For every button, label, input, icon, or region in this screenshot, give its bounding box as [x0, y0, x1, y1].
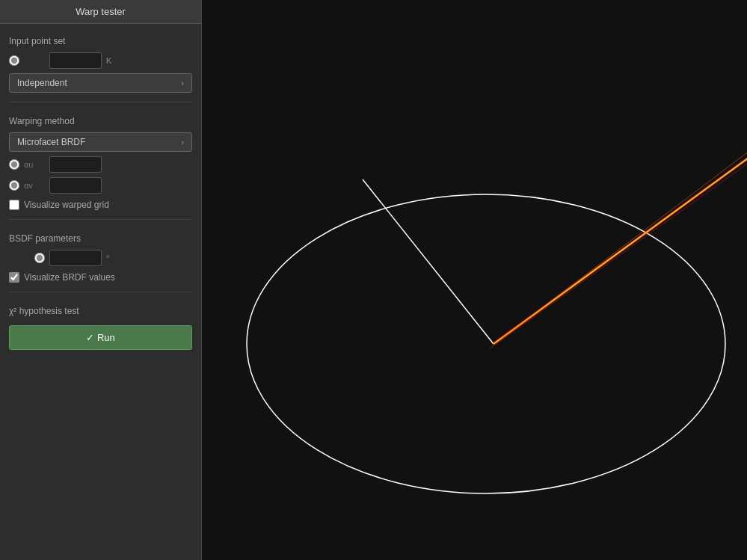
point-count-row: 2.87 K: [9, 52, 192, 69]
input-point-set-label: Input point set: [9, 36, 192, 46]
specular-highlight-yellow: [494, 126, 747, 344]
bsdf-parameters-label: BSDF parameters: [9, 233, 192, 244]
visualize-grid-checkbox[interactable]: [9, 200, 19, 210]
alpha-u-input[interactable]: 0.01: [49, 156, 102, 173]
divider-3: [9, 292, 192, 292]
angle-radio[interactable]: [34, 253, 45, 263]
divider-1: [9, 102, 192, 102]
specular-highlight-red: [494, 126, 747, 344]
point-count-input[interactable]: 2.87: [49, 52, 102, 69]
chi2-label: χ² hypothesis test: [9, 306, 192, 316]
warping-method-dropdown[interactable]: Microfacet BRDF ›: [9, 132, 192, 152]
sidebar: Warp tester Input point set 2.87 K Indep…: [0, 0, 202, 560]
warping-method-dropdown-label: Microfacet BRDF: [17, 137, 85, 147]
alpha-v-row: αv 0.01: [9, 177, 192, 194]
alpha-v-input[interactable]: 0.01: [49, 177, 102, 194]
left-ray: [363, 179, 494, 344]
warping-method-label: Warping method: [9, 116, 192, 126]
visualize-brdf-row: Visualize BRDF values: [9, 272, 192, 283]
run-button-label: ✓ Run: [86, 332, 114, 343]
canvas-area: [202, 0, 747, 560]
visualize-brdf-label: Visualize BRDF values: [24, 272, 115, 283]
alpha-v-param-label: αv: [24, 181, 45, 190]
warping-method-chevron: ›: [181, 138, 184, 147]
run-button[interactable]: ✓ Run: [9, 325, 192, 350]
visualize-grid-label: Visualize warped grid: [24, 200, 109, 210]
mode-chevron: ›: [181, 79, 184, 87]
point-count-radio[interactable]: [9, 55, 19, 66]
sidebar-content: Input point set 2.87 K Independent › War…: [0, 24, 201, 357]
alpha-u-row: αu 0.01: [9, 156, 192, 173]
specular-glow-1: [501, 121, 747, 339]
hemisphere-ellipse: [247, 194, 725, 493]
visualize-grid-row: Visualize warped grid: [9, 200, 192, 210]
specular-highlight-white: [494, 126, 747, 344]
divider-2: [9, 219, 192, 220]
sidebar-title: Warp tester: [0, 0, 201, 24]
alpha-u-radio[interactable]: [9, 159, 19, 170]
visualization-svg: [202, 0, 747, 560]
mode-dropdown-label: Independent: [17, 78, 67, 88]
angle-input[interactable]: 51.1: [49, 250, 102, 266]
specular-glow-2: [490, 130, 747, 348]
angle-row: 51.1 °: [9, 250, 192, 266]
point-count-unit: K: [106, 56, 117, 65]
alpha-u-param-label: αu: [24, 160, 45, 169]
mode-dropdown[interactable]: Independent ›: [9, 73, 192, 93]
alpha-v-radio[interactable]: [9, 180, 19, 191]
visualize-brdf-checkbox[interactable]: [9, 272, 19, 283]
angle-unit: °: [106, 253, 117, 262]
